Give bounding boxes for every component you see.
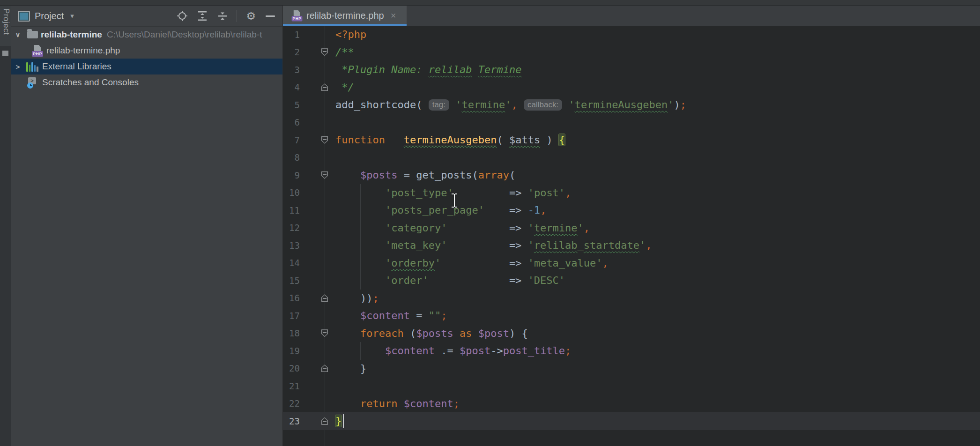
code-line[interactable]: 12 'category' => 'termine', — [283, 219, 980, 237]
line-number: 2 — [283, 47, 300, 57]
line-number: 17 — [283, 311, 300, 321]
code-line[interactable]: 14 'orderby' => 'meta_value', — [283, 254, 980, 272]
scratches-icon: > — [27, 77, 38, 88]
project-panel: Project ▾ ⚙ ∨ relilab-termine C:\Users\D… — [11, 6, 283, 446]
code-text: 'posts_per_page' => -1, — [335, 204, 546, 216]
code-text: function termineAusgeben( $atts ) { — [335, 134, 565, 146]
close-icon[interactable]: × — [391, 10, 396, 21]
fold-marker-icon[interactable] — [321, 294, 328, 302]
tree-item-label: External Libraries — [42, 61, 111, 72]
code-line[interactable]: 15 'order' => 'DESC' — [283, 272, 980, 290]
code-line[interactable]: 8 — [283, 149, 980, 167]
line-number: 5 — [283, 100, 300, 110]
code-text: /** — [335, 46, 354, 58]
tool-window-stripe: Project — [0, 6, 11, 446]
code-line[interactable]: 19 $content .= $post->post_title; — [283, 342, 980, 360]
tree-item-label: relilab-termine.php — [46, 45, 120, 56]
window-top-edge — [0, 0, 980, 6]
code-text: 'category' => 'termine', — [335, 222, 590, 234]
fold-marker-icon[interactable] — [321, 83, 328, 91]
code-text: 'meta_key' => 'relilab_startdate', — [335, 239, 652, 251]
locate-file-button[interactable] — [177, 11, 187, 21]
tab-label: relilab-termine.php — [306, 10, 384, 21]
chevron-down-icon[interactable]: ▾ — [70, 12, 74, 20]
code-line[interactable]: 6 — [283, 114, 980, 132]
code-line[interactable]: 13 'meta_key' => 'relilab_startdate', — [283, 237, 980, 254]
fold-marker-icon[interactable] — [321, 136, 328, 144]
line-number: 16 — [283, 293, 300, 303]
code-line[interactable]: 16 )); — [283, 290, 980, 307]
code-text: } — [335, 415, 342, 427]
code-line[interactable]: 21 — [283, 377, 980, 395]
editor-tab-bar: PHP relilab-termine.php × — [283, 6, 980, 26]
code-text: } — [335, 363, 366, 374]
code-line[interactable]: 5add_shortcode( tag: 'termine', callback… — [283, 96, 980, 114]
code-line[interactable]: 23} — [283, 412, 980, 430]
tree-item-label: Scratches and Consoles — [42, 77, 139, 88]
mouse-ibeam-cursor — [450, 193, 459, 210]
line-number: 14 — [283, 258, 300, 268]
code-line[interactable]: 17 $content = ""; — [283, 307, 980, 325]
code-text: <?php — [335, 29, 366, 40]
folder-icon — [27, 31, 38, 38]
code-text: return $content; — [335, 398, 460, 409]
code-text: $content .= $post->post_title; — [335, 345, 571, 357]
code-text: */ — [335, 82, 354, 93]
line-number: 10 — [283, 187, 300, 198]
tree-item-project-root[interactable]: ∨ relilab-termine C:\Users\Daniel\Deskto… — [11, 27, 282, 43]
code-line[interactable]: 22 return $content; — [283, 395, 980, 413]
line-number: 18 — [283, 328, 300, 338]
project-tool-window-icon — [18, 11, 30, 22]
fold-marker-icon[interactable] — [321, 171, 328, 179]
code-line[interactable]: 9 $posts = get_posts(array( — [283, 166, 980, 184]
tree-item-path: C:\Users\Daniel\Desktop\relilab\relilab-… — [107, 30, 262, 40]
hide-panel-button[interactable] — [266, 15, 275, 17]
line-number: 22 — [283, 398, 300, 409]
collapse-all-button[interactable] — [217, 11, 228, 21]
tree-item-scratches[interactable]: > Scratches and Consoles — [11, 74, 282, 90]
gear-icon[interactable]: ⚙ — [246, 11, 256, 21]
code-line[interactable]: 20 } — [283, 360, 980, 378]
text-caret — [343, 414, 344, 428]
code-area[interactable]: 1<?php2/**3 *Plugin Name: relilab Termin… — [283, 26, 980, 446]
code-text: add_shortcode( tag: 'termine', callback:… — [335, 99, 686, 111]
project-panel-header: Project ▾ ⚙ — [11, 6, 282, 27]
code-text: 'order' => 'DESC' — [335, 275, 565, 286]
stripe-tool-icon[interactable] — [2, 51, 8, 56]
line-number: 20 — [283, 363, 300, 373]
code-line[interactable]: 11 'posts_per_page' => -1, — [283, 201, 980, 219]
fold-marker-icon[interactable] — [321, 364, 328, 372]
tree-item-php-file[interactable]: PHP relilab-termine.php — [11, 43, 282, 59]
expand-all-button[interactable] — [197, 11, 208, 21]
line-number: 3 — [283, 65, 300, 75]
tab-relilab-termine-php[interactable]: PHP relilab-termine.php × — [283, 6, 407, 26]
fold-marker-icon[interactable] — [321, 48, 328, 56]
stripe-project-button[interactable]: Project — [0, 8, 11, 51]
indent-guide — [360, 342, 361, 360]
php-file-icon: PHP — [32, 45, 43, 57]
chevron-collapsed-icon[interactable]: > — [14, 63, 22, 71]
chevron-expanded-icon[interactable]: ∨ — [14, 30, 22, 39]
code-line[interactable]: 18 foreach ($posts as $post) { — [283, 325, 980, 342]
line-number: 11 — [283, 205, 300, 216]
code-line[interactable]: 10 'post_type' => 'post', — [283, 184, 980, 202]
code-text: foreach ($posts as $post) { — [335, 327, 528, 339]
line-number: 21 — [283, 381, 300, 391]
fold-marker-icon[interactable] — [321, 417, 328, 425]
line-number: 4 — [283, 82, 300, 92]
fold-marker-icon[interactable] — [321, 329, 328, 337]
code-line[interactable]: 3 *Plugin Name: relilab Termine — [283, 61, 980, 79]
code-line[interactable]: 7function termineAusgeben( $atts ) { — [283, 131, 980, 149]
code-line[interactable]: 1<?php — [283, 26, 980, 44]
line-number: 6 — [283, 117, 300, 127]
code-text: $posts = get_posts(array( — [335, 169, 515, 181]
tree-item-external-libraries[interactable]: > External Libraries — [11, 59, 282, 74]
code-text: $content = ""; — [335, 310, 447, 321]
project-tree: ∨ relilab-termine C:\Users\Daniel\Deskto… — [11, 27, 282, 90]
code-line[interactable]: 4 */ — [283, 79, 980, 97]
code-text: )); — [335, 292, 379, 304]
code-line[interactable]: 2/** — [283, 44, 980, 61]
indent-guide — [360, 184, 361, 290]
line-number: 13 — [283, 240, 300, 251]
editor: PHP relilab-termine.php × 1<?php2/**3 *P… — [283, 6, 980, 446]
